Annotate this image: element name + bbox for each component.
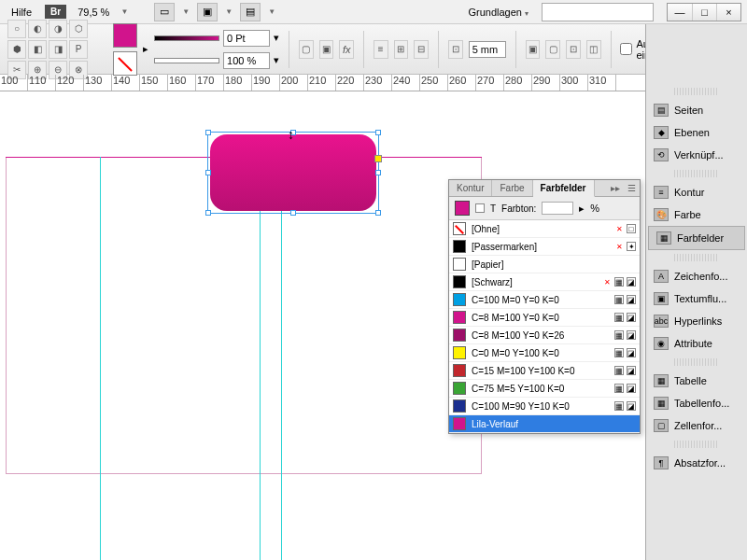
opacity-slider[interactable] xyxy=(154,58,219,63)
chevron-down-icon[interactable]: ▾ xyxy=(274,54,279,66)
swatch-flags: ✕✦ xyxy=(614,242,636,251)
guide-vertical[interactable] xyxy=(100,157,101,560)
resize-handle[interactable] xyxy=(205,210,211,216)
resize-handle[interactable] xyxy=(375,210,381,216)
tint-field[interactable] xyxy=(542,202,573,215)
swatch-row[interactable]: C=8 M=100 Y=0 K=0▦◪ xyxy=(449,309,640,327)
panel-button-zellenfor[interactable]: ▢Zellenfor... xyxy=(646,414,747,437)
container-swatch-icon[interactable] xyxy=(475,203,485,213)
fit-proportional-button[interactable]: ◫ xyxy=(586,40,601,59)
panel-button-farbfelder[interactable]: ▦Farbfelder xyxy=(648,226,745,250)
search-input[interactable] xyxy=(542,3,654,21)
swatch-row[interactable]: C=8 M=100 Y=0 K=26▦◪ xyxy=(449,327,640,344)
panel-button-farbe[interactable]: 🎨Farbe xyxy=(646,203,747,226)
autofit-check[interactable] xyxy=(620,43,632,55)
tool-button[interactable]: ◐ xyxy=(28,20,47,38)
panel-grip[interactable] xyxy=(674,441,719,448)
tool-button[interactable]: ⬢ xyxy=(7,40,26,59)
panel-collapse-icon[interactable]: ▸▸ xyxy=(607,183,624,193)
effects-button[interactable]: ▢ xyxy=(299,40,314,59)
panel-button-ebenen[interactable]: ◆Ebenen xyxy=(646,121,747,144)
chevron-down-icon[interactable]: ▼ xyxy=(182,7,190,16)
fit-button[interactable]: ⊡ xyxy=(448,40,463,59)
help-menu[interactable]: Hilfe xyxy=(6,5,37,20)
view-options-button[interactable]: ▭ xyxy=(154,3,175,21)
resize-handle[interactable] xyxy=(290,210,296,216)
resize-handle[interactable] xyxy=(375,170,381,175)
swatch-row[interactable]: [Schwarz]✕▦◪ xyxy=(449,273,640,291)
panel-button-zeichenfo[interactable]: AZeichenfo... xyxy=(646,265,747,287)
horizontal-ruler[interactable]: 1001101201301401501601701801902002102202… xyxy=(0,75,747,91)
tool-button[interactable]: ⬡ xyxy=(69,20,88,38)
panel-button-verknpf[interactable]: ⟲Verknüpf... xyxy=(646,144,747,166)
panel-button-attribute[interactable]: ◉Attribute xyxy=(646,332,747,355)
tool-button[interactable]: ○ xyxy=(7,20,26,38)
fill-swatch[interactable] xyxy=(113,23,137,48)
screen-mode-button[interactable]: ▣ xyxy=(197,3,218,21)
tool-button[interactable]: ◑ xyxy=(49,20,67,38)
panel-grip[interactable] xyxy=(674,358,719,366)
swatch-row[interactable]: [Passermarken]✕✦ xyxy=(449,238,640,256)
panel-grip[interactable] xyxy=(674,170,719,177)
center-content-button[interactable]: ⊡ xyxy=(566,40,581,59)
panel-button-hyperlinks[interactable]: abcHyperlinks xyxy=(646,310,747,332)
text-wrap-button[interactable]: ⊟ xyxy=(414,40,429,59)
swatch-row[interactable]: C=75 M=5 Y=100 K=0▦◪ xyxy=(449,380,640,398)
fit-content-button[interactable]: ▣ xyxy=(526,40,541,59)
corner-radius-handle[interactable] xyxy=(374,155,382,162)
fit-gap-field[interactable]: 5 mm xyxy=(469,41,506,58)
swatch-row[interactable]: [Ohne]✕□ xyxy=(449,220,640,238)
panel-button-tabelle[interactable]: ▦Tabelle xyxy=(646,370,747,392)
chevron-down-icon[interactable]: ▼ xyxy=(268,7,275,16)
panel-grip[interactable] xyxy=(674,88,719,95)
stroke-weight-field[interactable]: 0 Pt xyxy=(223,30,270,47)
bridge-button[interactable]: Br xyxy=(45,5,66,19)
zoom-level[interactable]: 79,5 % xyxy=(74,5,113,20)
panel-grip[interactable] xyxy=(674,254,719,261)
panel-button-textumflu[interactable]: ▣Textumflu... xyxy=(646,287,747,310)
guide-vertical[interactable] xyxy=(260,157,261,560)
opacity-field[interactable]: 100 % xyxy=(223,52,270,69)
tool-button[interactable]: ◨ xyxy=(49,40,67,59)
panel-button-tabellenfo[interactable]: ▦Tabellenfo... xyxy=(646,392,747,414)
swatch-row[interactable]: C=100 M=0 Y=0 K=0▦◪ xyxy=(449,291,640,309)
tint-slider[interactable] xyxy=(154,35,219,41)
tab-farbfelder[interactable]: Farbfelder xyxy=(533,180,595,197)
chevron-down-icon[interactable]: ▼ xyxy=(120,7,128,16)
resize-handle[interactable] xyxy=(205,170,211,175)
workspace-switcher[interactable]: Grundlagen ▾ xyxy=(462,5,534,20)
panel-button-seiten[interactable]: ▤Seiten xyxy=(646,99,747,121)
stroke-swatch[interactable] xyxy=(113,51,137,76)
panel-button-kontur[interactable]: ≡Kontur xyxy=(646,181,747,203)
minimize-button[interactable]: — xyxy=(668,4,692,21)
swatch-row[interactable]: C=100 M=90 Y=10 K=0▦◪ xyxy=(449,398,640,415)
text-wrap-button[interactable]: ⊞ xyxy=(394,40,409,59)
resize-handle[interactable] xyxy=(205,130,211,135)
effects-button[interactable]: ▣ xyxy=(319,40,334,59)
text-swatch-icon[interactable]: T xyxy=(490,203,496,214)
text-wrap-button[interactable]: ≡ xyxy=(374,40,388,59)
fx-button[interactable]: fx xyxy=(339,40,354,59)
type-on-path-icon[interactable]: P xyxy=(69,40,88,59)
maximize-button[interactable]: □ xyxy=(692,4,716,21)
swatch-list[interactable]: [Ohne]✕□[Passermarken]✕✦[Papier][Schwarz… xyxy=(449,220,640,433)
swatch-row[interactable]: [Papier] xyxy=(449,256,640,273)
swatch-row[interactable]: Lila-Verlauf xyxy=(449,415,640,433)
current-fill-swatch[interactable] xyxy=(455,201,470,216)
guide-vertical[interactable] xyxy=(281,157,282,560)
tab-kontur[interactable]: Kontur xyxy=(449,180,492,196)
panel-button-absatzfor[interactable]: ¶Absatzfor... xyxy=(646,452,747,474)
tab-farbe[interactable]: Farbe xyxy=(492,180,532,196)
chevron-down-icon[interactable]: ▸ xyxy=(143,43,148,55)
close-button[interactable]: × xyxy=(716,4,740,21)
swatch-row[interactable]: C=15 M=100 Y=100 K=0▦◪ xyxy=(449,362,640,380)
panel-menu-icon[interactable]: ☰ xyxy=(624,183,640,193)
resize-handle[interactable] xyxy=(375,130,381,135)
swatch-row[interactable]: C=0 M=0 Y=100 K=0▦◪ xyxy=(449,344,640,362)
arrange-button[interactable]: ▤ xyxy=(240,3,261,21)
chevron-down-icon[interactable]: ▾ xyxy=(274,32,279,44)
fit-frame-button[interactable]: ▢ xyxy=(545,40,560,59)
tool-button[interactable]: ◧ xyxy=(28,40,47,59)
chevron-down-icon[interactable]: ▼ xyxy=(225,7,233,16)
chevron-icon[interactable]: ▸ xyxy=(579,203,585,215)
